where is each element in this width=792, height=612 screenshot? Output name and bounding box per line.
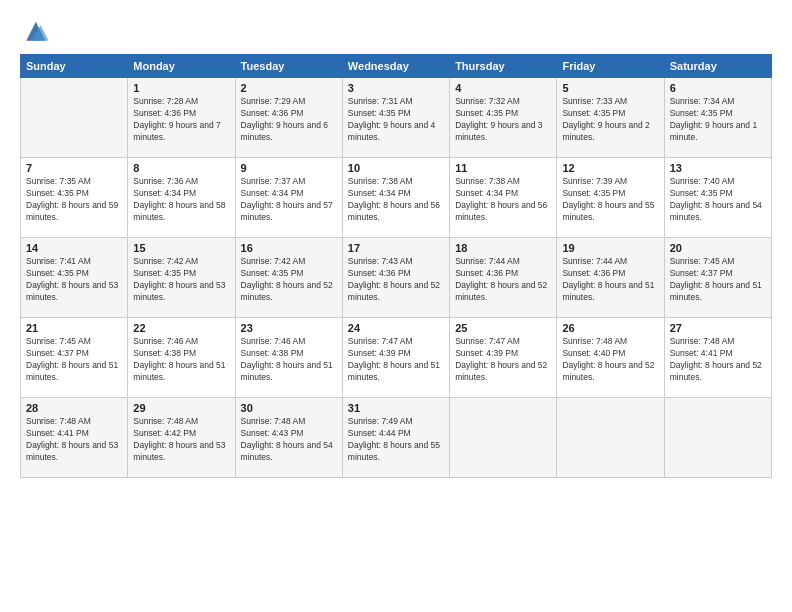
day-number: 2 (241, 82, 337, 94)
calendar-cell: 19Sunrise: 7:44 AMSunset: 4:36 PMDayligh… (557, 238, 664, 318)
weekday-header-wednesday: Wednesday (342, 55, 449, 78)
day-number: 12 (562, 162, 658, 174)
calendar-cell: 24Sunrise: 7:47 AMSunset: 4:39 PMDayligh… (342, 318, 449, 398)
calendar-cell: 17Sunrise: 7:43 AMSunset: 4:36 PMDayligh… (342, 238, 449, 318)
day-info: Sunrise: 7:38 AMSunset: 4:34 PMDaylight:… (455, 176, 551, 224)
weekday-header-monday: Monday (128, 55, 235, 78)
day-number: 31 (348, 402, 444, 414)
calendar-cell: 9Sunrise: 7:37 AMSunset: 4:34 PMDaylight… (235, 158, 342, 238)
calendar-cell (557, 398, 664, 478)
calendar-cell: 15Sunrise: 7:42 AMSunset: 4:35 PMDayligh… (128, 238, 235, 318)
weekday-header-friday: Friday (557, 55, 664, 78)
day-number: 27 (670, 322, 766, 334)
day-number: 10 (348, 162, 444, 174)
calendar-cell: 3Sunrise: 7:31 AMSunset: 4:35 PMDaylight… (342, 78, 449, 158)
day-info: Sunrise: 7:45 AMSunset: 4:37 PMDaylight:… (26, 336, 122, 384)
week-row-1: 7Sunrise: 7:35 AMSunset: 4:35 PMDaylight… (21, 158, 772, 238)
day-number: 28 (26, 402, 122, 414)
calendar-cell: 22Sunrise: 7:46 AMSunset: 4:38 PMDayligh… (128, 318, 235, 398)
weekday-header-thursday: Thursday (450, 55, 557, 78)
week-row-0: 1Sunrise: 7:28 AMSunset: 4:36 PMDaylight… (21, 78, 772, 158)
day-info: Sunrise: 7:36 AMSunset: 4:34 PMDaylight:… (133, 176, 229, 224)
day-info: Sunrise: 7:39 AMSunset: 4:35 PMDaylight:… (562, 176, 658, 224)
day-info: Sunrise: 7:48 AMSunset: 4:43 PMDaylight:… (241, 416, 337, 464)
day-number: 22 (133, 322, 229, 334)
day-number: 16 (241, 242, 337, 254)
day-number: 20 (670, 242, 766, 254)
calendar-cell: 16Sunrise: 7:42 AMSunset: 4:35 PMDayligh… (235, 238, 342, 318)
day-number: 19 (562, 242, 658, 254)
day-number: 30 (241, 402, 337, 414)
day-number: 21 (26, 322, 122, 334)
day-info: Sunrise: 7:47 AMSunset: 4:39 PMDaylight:… (348, 336, 444, 384)
day-number: 23 (241, 322, 337, 334)
day-info: Sunrise: 7:48 AMSunset: 4:41 PMDaylight:… (670, 336, 766, 384)
day-info: Sunrise: 7:44 AMSunset: 4:36 PMDaylight:… (455, 256, 551, 304)
calendar-cell: 25Sunrise: 7:47 AMSunset: 4:39 PMDayligh… (450, 318, 557, 398)
day-number: 9 (241, 162, 337, 174)
day-number: 14 (26, 242, 122, 254)
day-info: Sunrise: 7:48 AMSunset: 4:41 PMDaylight:… (26, 416, 122, 464)
day-number: 25 (455, 322, 551, 334)
week-row-3: 21Sunrise: 7:45 AMSunset: 4:37 PMDayligh… (21, 318, 772, 398)
day-number: 29 (133, 402, 229, 414)
day-info: Sunrise: 7:46 AMSunset: 4:38 PMDaylight:… (133, 336, 229, 384)
calendar-cell: 1Sunrise: 7:28 AMSunset: 4:36 PMDaylight… (128, 78, 235, 158)
day-info: Sunrise: 7:33 AMSunset: 4:35 PMDaylight:… (562, 96, 658, 144)
day-number: 18 (455, 242, 551, 254)
day-info: Sunrise: 7:38 AMSunset: 4:34 PMDaylight:… (348, 176, 444, 224)
calendar-cell: 30Sunrise: 7:48 AMSunset: 4:43 PMDayligh… (235, 398, 342, 478)
day-number: 13 (670, 162, 766, 174)
calendar-cell: 12Sunrise: 7:39 AMSunset: 4:35 PMDayligh… (557, 158, 664, 238)
day-info: Sunrise: 7:46 AMSunset: 4:38 PMDaylight:… (241, 336, 337, 384)
weekday-header-sunday: Sunday (21, 55, 128, 78)
calendar-cell: 6Sunrise: 7:34 AMSunset: 4:35 PMDaylight… (664, 78, 771, 158)
day-number: 3 (348, 82, 444, 94)
header-row (20, 18, 772, 46)
logo (20, 18, 54, 46)
weekday-header-tuesday: Tuesday (235, 55, 342, 78)
day-info: Sunrise: 7:42 AMSunset: 4:35 PMDaylight:… (241, 256, 337, 304)
calendar-cell: 27Sunrise: 7:48 AMSunset: 4:41 PMDayligh… (664, 318, 771, 398)
day-info: Sunrise: 7:34 AMSunset: 4:35 PMDaylight:… (670, 96, 766, 144)
day-number: 6 (670, 82, 766, 94)
calendar-cell: 23Sunrise: 7:46 AMSunset: 4:38 PMDayligh… (235, 318, 342, 398)
day-number: 8 (133, 162, 229, 174)
page: SundayMondayTuesdayWednesdayThursdayFrid… (0, 0, 792, 612)
calendar-cell: 31Sunrise: 7:49 AMSunset: 4:44 PMDayligh… (342, 398, 449, 478)
calendar-cell: 4Sunrise: 7:32 AMSunset: 4:35 PMDaylight… (450, 78, 557, 158)
day-info: Sunrise: 7:40 AMSunset: 4:35 PMDaylight:… (670, 176, 766, 224)
calendar-cell: 5Sunrise: 7:33 AMSunset: 4:35 PMDaylight… (557, 78, 664, 158)
calendar-cell: 13Sunrise: 7:40 AMSunset: 4:35 PMDayligh… (664, 158, 771, 238)
weekday-header-saturday: Saturday (664, 55, 771, 78)
day-info: Sunrise: 7:45 AMSunset: 4:37 PMDaylight:… (670, 256, 766, 304)
day-info: Sunrise: 7:48 AMSunset: 4:42 PMDaylight:… (133, 416, 229, 464)
calendar-cell: 10Sunrise: 7:38 AMSunset: 4:34 PMDayligh… (342, 158, 449, 238)
calendar-cell: 21Sunrise: 7:45 AMSunset: 4:37 PMDayligh… (21, 318, 128, 398)
week-row-4: 28Sunrise: 7:48 AMSunset: 4:41 PMDayligh… (21, 398, 772, 478)
day-info: Sunrise: 7:32 AMSunset: 4:35 PMDaylight:… (455, 96, 551, 144)
week-row-2: 14Sunrise: 7:41 AMSunset: 4:35 PMDayligh… (21, 238, 772, 318)
calendar-cell: 18Sunrise: 7:44 AMSunset: 4:36 PMDayligh… (450, 238, 557, 318)
day-info: Sunrise: 7:37 AMSunset: 4:34 PMDaylight:… (241, 176, 337, 224)
calendar-cell: 8Sunrise: 7:36 AMSunset: 4:34 PMDaylight… (128, 158, 235, 238)
logo-icon (20, 18, 50, 46)
calendar-cell (450, 398, 557, 478)
weekday-header-row: SundayMondayTuesdayWednesdayThursdayFrid… (21, 55, 772, 78)
day-info: Sunrise: 7:47 AMSunset: 4:39 PMDaylight:… (455, 336, 551, 384)
day-number: 24 (348, 322, 444, 334)
calendar-cell: 11Sunrise: 7:38 AMSunset: 4:34 PMDayligh… (450, 158, 557, 238)
calendar-table: SundayMondayTuesdayWednesdayThursdayFrid… (20, 54, 772, 478)
day-info: Sunrise: 7:42 AMSunset: 4:35 PMDaylight:… (133, 256, 229, 304)
day-info: Sunrise: 7:41 AMSunset: 4:35 PMDaylight:… (26, 256, 122, 304)
day-number: 5 (562, 82, 658, 94)
day-number: 7 (26, 162, 122, 174)
day-info: Sunrise: 7:28 AMSunset: 4:36 PMDaylight:… (133, 96, 229, 144)
day-number: 11 (455, 162, 551, 174)
day-info: Sunrise: 7:48 AMSunset: 4:40 PMDaylight:… (562, 336, 658, 384)
calendar-cell: 26Sunrise: 7:48 AMSunset: 4:40 PMDayligh… (557, 318, 664, 398)
calendar-cell: 14Sunrise: 7:41 AMSunset: 4:35 PMDayligh… (21, 238, 128, 318)
calendar-cell: 7Sunrise: 7:35 AMSunset: 4:35 PMDaylight… (21, 158, 128, 238)
calendar-cell: 29Sunrise: 7:48 AMSunset: 4:42 PMDayligh… (128, 398, 235, 478)
day-number: 15 (133, 242, 229, 254)
